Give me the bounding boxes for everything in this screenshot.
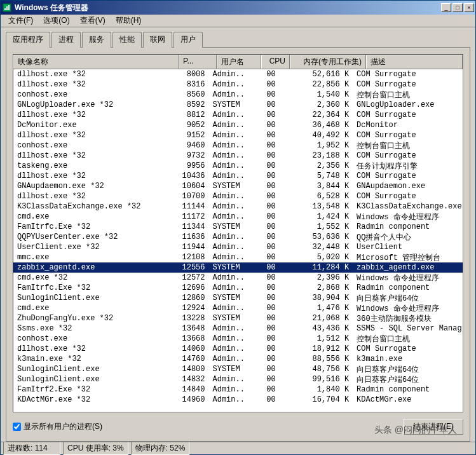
cell-user: Admin.. xyxy=(209,355,252,363)
cell-name: ZhuDongFangYu.exe *32 xyxy=(13,314,172,323)
table-row[interactable]: dllhost.exe *3210436Admin..005,748 KCOM … xyxy=(13,171,463,181)
cell-user: Admin.. xyxy=(209,233,252,241)
show-all-users-input[interactable] xyxy=(13,423,21,431)
table-row[interactable]: taskeng.exe9956Admin..002,356 K任务计划程序引擎 xyxy=(13,161,463,171)
table-row[interactable]: GNAupdaemon.exe *3210604SYSTEM003,844 KG… xyxy=(13,181,463,191)
cell-name: dllhost.exe *32 xyxy=(13,131,172,140)
tab-services[interactable]: 服务 xyxy=(82,32,111,48)
cell-name: GNAupdaemon.exe *32 xyxy=(13,182,172,191)
cell-name: dllhost.exe *32 xyxy=(13,344,172,353)
table-row[interactable]: dllhost.exe *329732Admin..0023,188 KCOM … xyxy=(13,151,463,161)
table-row[interactable]: QQPYUserCenter.exe *3211636Admin..0053,6… xyxy=(13,232,463,242)
cell-desc: Windows 命令处理程序 xyxy=(353,273,463,283)
tab-content: 映像名称 P... 用户名 CPU 内存(专用工作集) 描述 dllhost.e… xyxy=(6,48,470,442)
table-row[interactable]: SunloginClient.exe14832Admin..0099,516 K… xyxy=(13,374,463,384)
table-row[interactable]: ZhuDongFangYu.exe *3213228SYSTEM0021,068… xyxy=(13,313,463,323)
table-row[interactable]: dllhost.exe *328008Admin..0052,616 KCOM … xyxy=(13,69,463,79)
table-row[interactable]: cmd.exe12924Admin..001,476 KWindows 命令处理… xyxy=(13,303,463,313)
table-row[interactable]: zabbix_agentd.exe12556SYSTEM0011,284 Kza… xyxy=(13,262,463,273)
minimize-button[interactable]: _ xyxy=(441,3,451,12)
cell-cpu: 00 xyxy=(252,151,280,160)
table-row[interactable]: dllhost.exe *3210700Admin..006,528 KCOM … xyxy=(13,191,463,201)
menu-file[interactable]: 文件(F) xyxy=(3,14,38,27)
show-all-users-checkbox[interactable]: 显示所有用户的进程(S) xyxy=(13,421,102,432)
cell-pid: 13228 xyxy=(172,314,209,323)
cell-pid: 8560 xyxy=(172,90,209,99)
cell-cpu: 00 xyxy=(252,70,280,79)
table-row[interactable]: KDActMGr.exe *3214960Admin..0016,704 KKD… xyxy=(13,395,463,405)
cell-pid: 11144 xyxy=(172,202,209,211)
cell-mem: 48,756 K xyxy=(280,365,353,374)
maximize-button[interactable]: □ xyxy=(452,3,463,12)
table-row[interactable]: dllhost.exe *328812Admin..0022,364 KCOM … xyxy=(13,110,463,120)
tab-networking[interactable]: 联网 xyxy=(143,32,172,48)
tab-processes[interactable]: 进程 xyxy=(51,32,81,48)
titlebar[interactable]: Windows 任务管理器 _ □ × xyxy=(1,1,475,15)
cell-desc: Radmin component xyxy=(353,222,463,231)
col-memory[interactable]: 内存(专用工作集) xyxy=(290,55,366,69)
cell-cpu: 00 xyxy=(252,111,280,119)
table-row[interactable]: Ssms.exe *3213648Admin..0043,436 KSSMS -… xyxy=(13,323,463,334)
table-row[interactable]: conhost.exe8560Admin..001,540 K控制台窗口主机 xyxy=(13,90,463,100)
col-cpu[interactable]: CPU xyxy=(261,55,290,69)
close-button[interactable]: × xyxy=(464,3,474,12)
cell-mem: 23,188 K xyxy=(280,151,353,160)
cell-name: dllhost.exe *32 xyxy=(13,70,172,79)
table-row[interactable]: GNLogUploader.exe *328592SYSTEM002,360 K… xyxy=(13,100,463,110)
cell-mem: 38,904 K xyxy=(280,294,353,302)
table-row[interactable]: FamItrfc.Exe *3211344SYSTEM001,552 KRadm… xyxy=(13,222,463,232)
cell-desc: 向日葵客户端64位 xyxy=(353,364,463,375)
col-image-name[interactable]: 映像名称 xyxy=(13,55,179,69)
cell-name: cmd.exe xyxy=(13,212,172,221)
menu-help[interactable]: 帮助(H) xyxy=(111,14,147,27)
table-row[interactable]: cmd.exe *3212572Admin..002,396 KWindows … xyxy=(13,273,463,283)
table-body[interactable]: dllhost.exe *328008Admin..0052,616 KCOM … xyxy=(13,69,463,406)
cell-name: k3main.exe *32 xyxy=(13,355,172,363)
cell-user: SYSTEM xyxy=(209,263,252,272)
cell-name: dllhost.exe *32 xyxy=(13,111,172,119)
table-row[interactable]: conhost.exe9460Admin..001,952 K控制台窗口主机 xyxy=(13,140,463,151)
menu-options[interactable]: 选项(O) xyxy=(38,14,74,27)
cell-user: Admin.. xyxy=(209,375,252,384)
table-row[interactable]: cmd.exe11172Admin..001,424 KWindows 命令处理… xyxy=(13,212,463,222)
cell-pid: 11636 xyxy=(172,233,209,241)
table-row[interactable]: dllhost.exe *329152Admin..0040,492 KCOM … xyxy=(13,130,463,140)
col-description[interactable]: 描述 xyxy=(366,55,463,69)
end-process-button[interactable]: 结束进程(E) xyxy=(404,419,463,435)
cell-mem: 43,436 K xyxy=(280,324,353,333)
col-user[interactable]: 用户名 xyxy=(217,55,261,69)
table-row[interactable]: K3ClassDataExchange.exe *3211144Admin..0… xyxy=(13,201,463,212)
window-title: Windows 任务管理器 xyxy=(15,3,440,13)
table-row[interactable]: UserClient.exe *3211944Admin..0032,448 K… xyxy=(13,242,463,252)
table-row[interactable]: SunloginClient.exe14800SYSTEM0048,756 K向… xyxy=(13,364,463,374)
table-row[interactable]: dllhost.exe *328316Admin..0022,856 KCOM … xyxy=(13,79,463,90)
tab-performance[interactable]: 性能 xyxy=(112,32,142,48)
statusbar: 进程数: 114 CPU 使用率: 3% 物理内存: 52% xyxy=(1,442,475,454)
table-row[interactable]: k3main.exe *3214760Admin..0088,556 Kk3ma… xyxy=(13,354,463,364)
cell-user: Admin.. xyxy=(209,131,252,140)
cell-name: conhost.exe xyxy=(13,141,172,150)
table-row[interactable]: FamItrf2.Exe *3214840Admin..001,840 KRad… xyxy=(13,384,463,395)
cell-pid: 8008 xyxy=(172,70,209,79)
cell-name: dllhost.exe *32 xyxy=(13,172,172,180)
table-row[interactable]: SunloginClient.exe12860SYSTEM0038,904 K向… xyxy=(13,293,463,303)
table-row[interactable]: FamItrfc.Exe *3212696Admin..002,868 KRad… xyxy=(13,283,463,293)
cell-desc: COM Surrogate xyxy=(353,172,463,180)
table-row[interactable]: conhost.exe13668Admin..001,512 K控制台窗口主机 xyxy=(13,334,463,344)
col-pid[interactable]: P... xyxy=(179,55,217,69)
table-row[interactable]: mmc.exe12108Admin..005,020 KMicrosoft 管理… xyxy=(13,252,463,262)
cell-user: Admin.. xyxy=(209,304,252,313)
tabs-area: 应用程序 进程 服务 性能 联网 用户 xyxy=(1,27,475,48)
table-row[interactable]: dllhost.exe *3214060Admin..0018,912 KCOM… xyxy=(13,344,463,354)
cell-mem: 21,068 K xyxy=(280,314,353,323)
cell-desc: k3main.exe xyxy=(353,355,463,363)
cell-name: Ssms.exe *32 xyxy=(13,324,172,333)
cell-cpu: 00 xyxy=(252,283,280,292)
cell-mem: 16,704 K xyxy=(280,395,353,404)
cell-mem: 2,360 K xyxy=(280,100,353,109)
tab-applications[interactable]: 应用程序 xyxy=(6,32,50,48)
table-row[interactable]: DcMonitor.exe9052Admin..0036,468 KDcMoni… xyxy=(13,120,463,130)
tab-users[interactable]: 用户 xyxy=(173,32,203,48)
cell-user: Admin.. xyxy=(209,192,252,201)
menu-view[interactable]: 查看(V) xyxy=(75,14,111,27)
